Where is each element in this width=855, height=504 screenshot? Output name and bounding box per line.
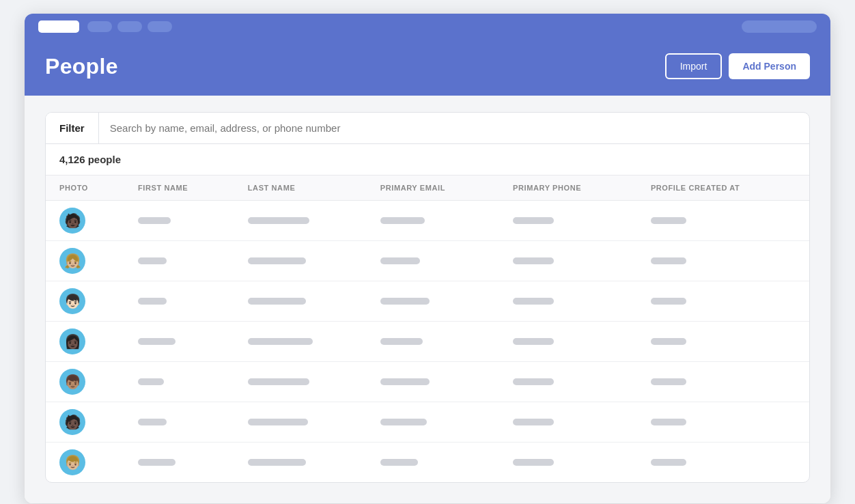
placeholder-bar [513, 217, 554, 224]
topbar-logo [38, 20, 79, 33]
placeholder-bar [248, 378, 309, 385]
table-row[interactable]: 👦🏼 [46, 443, 809, 483]
placeholder-bar [248, 459, 306, 466]
cell-phone [502, 362, 640, 402]
cell-photo: 👦🏽 [46, 362, 127, 402]
cell-photo: 👧🏼 [46, 241, 127, 281]
placeholder-bar [138, 419, 167, 425]
cell-last-name [237, 443, 369, 483]
placeholder-bar [513, 459, 554, 466]
placeholder-bar [138, 217, 171, 224]
cell-email [369, 281, 502, 322]
table-row[interactable]: 👦🏽 [46, 362, 809, 402]
placeholder-bar [138, 338, 176, 345]
cell-first-name [127, 281, 237, 322]
cell-phone [502, 322, 640, 362]
placeholder-bar [513, 257, 554, 264]
cell-last-name [237, 241, 369, 281]
placeholder-bar [138, 257, 167, 264]
avatar: 👦🏽 [59, 369, 85, 395]
placeholder-bar [138, 378, 164, 385]
table-row[interactable]: 👩🏿 [46, 322, 809, 362]
people-count: 4,126 people [46, 144, 809, 176]
topbar [25, 14, 830, 40]
cell-first-name [127, 201, 237, 241]
col-primary-phone: PRIMARY PHONE [502, 176, 640, 201]
cell-phone [502, 281, 640, 322]
table-row[interactable]: 🧑🏿 [46, 201, 809, 241]
col-last-name: LAST NAME [237, 176, 369, 201]
cell-last-name [237, 201, 369, 241]
placeholder-bar [380, 378, 430, 385]
nav-item-2[interactable] [117, 21, 142, 32]
cell-created [640, 281, 809, 322]
placeholder-bar [513, 419, 554, 425]
placeholder-bar [513, 378, 554, 385]
cell-email [369, 443, 502, 483]
placeholder-bar [651, 298, 686, 305]
cell-created [640, 241, 809, 281]
table-row[interactable]: 👧🏼 [46, 241, 809, 281]
topbar-action[interactable] [742, 20, 817, 33]
cell-email [369, 362, 502, 402]
placeholder-bar [651, 419, 686, 425]
placeholder-bar [380, 419, 427, 425]
cell-last-name [237, 322, 369, 362]
placeholder-bar [248, 419, 308, 425]
main-content: Filter 4,126 people PHOTO FIRST NAME LAS… [25, 96, 830, 503]
col-primary-email: PRIMARY EMAIL [369, 176, 502, 201]
cell-created [640, 402, 809, 443]
table-row[interactable]: 🧑🏿 [46, 402, 809, 443]
placeholder-bar [513, 298, 554, 305]
placeholder-bar [138, 459, 176, 466]
col-profile-created: PROFILE CREATED AT [640, 176, 809, 201]
cell-photo: 👩🏿 [46, 322, 127, 362]
placeholder-bar [513, 338, 554, 345]
col-photo: PHOTO [46, 176, 127, 201]
placeholder-bar [248, 257, 306, 264]
page-title: People [45, 54, 118, 79]
placeholder-bar [380, 217, 425, 224]
placeholder-bar [248, 298, 306, 305]
placeholder-bar [380, 338, 423, 345]
filter-button[interactable]: Filter [46, 113, 99, 143]
import-button[interactable]: Import [665, 53, 723, 79]
cell-created [640, 201, 809, 241]
cell-email [369, 322, 502, 362]
people-table: PHOTO FIRST NAME LAST NAME PRIMARY EMAIL… [46, 176, 809, 482]
placeholder-bar [651, 338, 686, 345]
cell-photo: 🧑🏿 [46, 201, 127, 241]
cell-created [640, 443, 809, 483]
cell-email [369, 402, 502, 443]
cell-phone [502, 402, 640, 443]
col-first-name: FIRST NAME [127, 176, 237, 201]
placeholder-bar [380, 257, 420, 264]
cell-last-name [237, 402, 369, 443]
page-header: People Import Add Person [25, 40, 830, 96]
avatar: 🧑🏿 [59, 409, 85, 435]
placeholder-bar [651, 217, 686, 224]
cell-last-name [237, 281, 369, 322]
topbar-left [38, 20, 172, 33]
nav-item-1[interactable] [87, 21, 112, 32]
add-person-button[interactable]: Add Person [729, 53, 810, 79]
placeholder-bar [138, 298, 167, 305]
search-input[interactable] [99, 113, 809, 143]
filter-bar: Filter 4,126 people PHOTO FIRST NAME LAS… [45, 112, 810, 483]
cell-created [640, 362, 809, 402]
cell-phone [502, 443, 640, 483]
nav-item-3[interactable] [148, 21, 172, 32]
table-row[interactable]: 👦🏻 [46, 281, 809, 322]
placeholder-bar [651, 378, 686, 385]
placeholder-bar [651, 257, 686, 264]
search-row: Filter [46, 113, 809, 144]
avatar: 👩🏿 [59, 328, 85, 354]
avatar: 👦🏻 [59, 288, 85, 314]
cell-first-name [127, 402, 237, 443]
placeholder-bar [651, 459, 686, 466]
avatar: 👦🏼 [59, 449, 85, 475]
cell-photo: 👦🏻 [46, 281, 127, 322]
cell-phone [502, 241, 640, 281]
topbar-nav [87, 21, 172, 32]
cell-email [369, 241, 502, 281]
